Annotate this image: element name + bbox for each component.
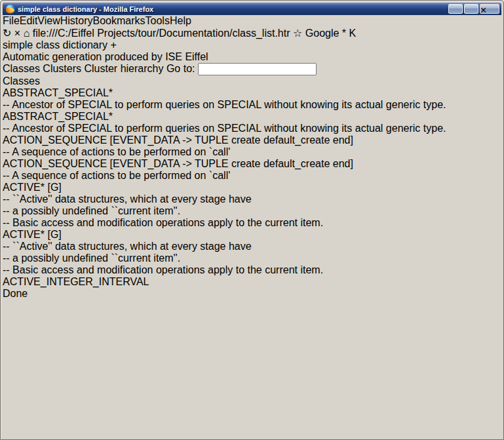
class-comment: -- Basic access and modification operati… xyxy=(3,264,501,276)
generic-link[interactable]: TUPLE xyxy=(195,134,229,146)
feature-link[interactable]: default_create xyxy=(263,158,330,169)
menu-history[interactable]: History xyxy=(60,15,93,26)
goto-label: Go to: xyxy=(166,63,195,74)
refresh-button[interactable]: ↻ xyxy=(3,28,11,39)
class-entry: ACTION_SEQUENCE [EVENT_DATA -> TUPLE cre… xyxy=(3,158,501,182)
code-text: ``Active'' xyxy=(12,241,52,252)
menu-view[interactable]: View xyxy=(37,15,60,26)
class-link[interactable]: ACTIVE* xyxy=(3,182,45,193)
classes-button[interactable]: Classes xyxy=(3,63,40,74)
class-entry: ABSTRACT_SPECIAL*-- Ancestor of SPECIAL … xyxy=(3,111,501,134)
keyword-text: ] xyxy=(58,229,61,240)
comment-text: -- Basic access and modification operati… xyxy=(3,264,323,275)
class-comment: -- ``Active'' data structures, which at … xyxy=(3,241,501,252)
keyword-text: ] xyxy=(58,182,61,193)
class-title: ACTIVE* [G] xyxy=(3,182,501,193)
class-entry: ACTION_SEQUENCE [EVENT_DATA -> TUPLE cre… xyxy=(3,134,501,158)
page: Automatic generation produced by ISE Eif… xyxy=(3,51,501,288)
class-link[interactable]: ACTION_SEQUENCE xyxy=(3,158,107,169)
firefox-icon xyxy=(6,5,15,14)
addon-icons: * K xyxy=(342,28,356,39)
class-title: ACTIVE_INTEGER_INTERVAL xyxy=(3,276,501,288)
keyword-text: end] xyxy=(330,134,353,146)
page-nav: Classes Clusters Cluster hierarchy Go to… xyxy=(3,63,501,75)
window-controls: × xyxy=(448,4,499,14)
code-text: `call' xyxy=(209,146,230,157)
menu-bar: FileEditViewHistoryBookmarksToolsHelp xyxy=(3,15,501,27)
tab-simple-class-dictionary[interactable]: simple class dictionary xyxy=(3,39,111,50)
maximize-button[interactable] xyxy=(464,4,478,14)
class-entry: ACTIVE_INTEGER_INTERVAL xyxy=(3,276,501,288)
comment-text: data structures, which at every stage ha… xyxy=(52,193,251,205)
comment-text: -- Basic access and modification operati… xyxy=(3,217,323,228)
page-title: Automatic generation produced by ISE Eif… xyxy=(3,51,501,63)
goto-box: Go to: xyxy=(166,63,317,74)
k-addon-icon[interactable]: K xyxy=(349,28,357,39)
class-link[interactable]: ABSTRACT_SPECIAL* xyxy=(3,111,113,122)
stop-button[interactable]: × xyxy=(14,28,20,39)
class-title: ACTIVE* [G] xyxy=(3,229,501,241)
class-link[interactable]: ACTIVE_INTEGER_INTERVAL xyxy=(3,276,149,287)
menu-bookmarks[interactable]: Bookmarks xyxy=(93,15,145,26)
menu-edit[interactable]: Edit xyxy=(20,15,38,26)
generic-link[interactable]: -> xyxy=(180,134,195,146)
comment-text: -- Ancestor of SPECIAL to perform querie… xyxy=(3,123,446,134)
class-list: ABSTRACT_SPECIAL*-- Ancestor of SPECIAL … xyxy=(3,87,501,288)
generic-link[interactable]: G xyxy=(50,182,58,193)
close-button[interactable]: × xyxy=(480,4,499,14)
class-entry: ABSTRACT_SPECIAL*-- Ancestor of SPECIAL … xyxy=(3,87,501,111)
keyword-text: create xyxy=(229,134,263,146)
bookmark-star-icon[interactable]: ☆ xyxy=(293,28,302,39)
generic-link[interactable]: TUPLE xyxy=(195,158,229,169)
comment-text: . xyxy=(178,252,180,264)
class-entry: ACTIVE* [G]-- ``Active'' data structures… xyxy=(3,229,501,276)
new-tab-button[interactable]: + xyxy=(111,39,117,50)
class-title: ACTION_SEQUENCE [EVENT_DATA -> TUPLE cre… xyxy=(3,134,501,146)
home-button[interactable]: ⌂ xyxy=(24,28,30,39)
class-link[interactable]: ACTIVE* xyxy=(3,229,45,240)
class-comment: -- A sequence of actions to be performed… xyxy=(3,146,501,158)
comment-text: -- A sequence of actions to be performed… xyxy=(3,170,209,181)
minimize-button[interactable] xyxy=(448,4,463,14)
comment-text: -- A sequence of actions to be performed… xyxy=(3,146,209,157)
class-comment: -- a possibly undefined ``current item''… xyxy=(3,205,501,217)
generic-link[interactable]: -> xyxy=(180,158,195,169)
code-text: `call' xyxy=(209,170,230,181)
class-comment: -- ``Active'' data structures, which at … xyxy=(3,193,501,205)
clusters-button[interactable]: Clusters xyxy=(43,63,81,74)
window-title: simple class dictionary - Mozilla Firefo… xyxy=(18,5,446,13)
browser-window: simple class dictionary - Mozilla Firefo… xyxy=(0,0,504,440)
comment-text: -- a possibly undefined xyxy=(3,205,111,216)
keyword-text: [ xyxy=(45,229,50,240)
class-link[interactable]: ACTION_SEQUENCE xyxy=(3,134,107,146)
class-title: ABSTRACT_SPECIAL* xyxy=(3,87,501,99)
status-text: Done xyxy=(3,288,28,299)
class-comment: -- Ancestor of SPECIAL to perform querie… xyxy=(3,123,501,134)
address-bar[interactable]: file:///C:/Eiffel Projects/tour/Document… xyxy=(33,28,305,39)
keyword-text: create xyxy=(229,158,263,169)
comment-text: -- a possibly undefined xyxy=(3,252,111,264)
content-area: Automatic generation produced by ISE Eif… xyxy=(3,51,501,288)
feature-link[interactable]: default_create xyxy=(263,134,330,146)
generic-link[interactable]: EVENT_DATA xyxy=(113,158,180,169)
generic-link[interactable]: G xyxy=(50,229,58,240)
tab-label: simple class dictionary xyxy=(3,39,107,50)
antivirus-addon-icon[interactable]: * xyxy=(342,28,346,39)
keyword-text: end] xyxy=(330,158,353,169)
cluster-hierarchy-button[interactable]: Cluster hierarchy xyxy=(85,63,164,74)
class-title: ABSTRACT_SPECIAL* xyxy=(3,111,501,123)
goto-input[interactable] xyxy=(198,63,317,75)
status-bar: Done xyxy=(3,288,501,300)
generic-link[interactable]: EVENT_DATA xyxy=(113,134,180,146)
menu-file[interactable]: File xyxy=(3,15,20,26)
search-input[interactable]: Google xyxy=(305,28,339,39)
class-link[interactable]: ABSTRACT_SPECIAL* xyxy=(3,87,113,98)
class-comment: -- a possibly undefined ``current item''… xyxy=(3,252,501,264)
class-comment: -- A sequence of actions to be performed… xyxy=(3,170,501,182)
url-field[interactable]: file:///C:/Eiffel Projects/tour/Document… xyxy=(33,28,290,39)
search-box[interactable]: Google xyxy=(305,28,342,39)
menu-help[interactable]: Help xyxy=(170,15,191,26)
keyword-text: [ xyxy=(45,182,50,193)
class-comment: -- Ancestor of SPECIAL to perform querie… xyxy=(3,99,501,111)
menu-tools[interactable]: Tools xyxy=(145,15,170,26)
